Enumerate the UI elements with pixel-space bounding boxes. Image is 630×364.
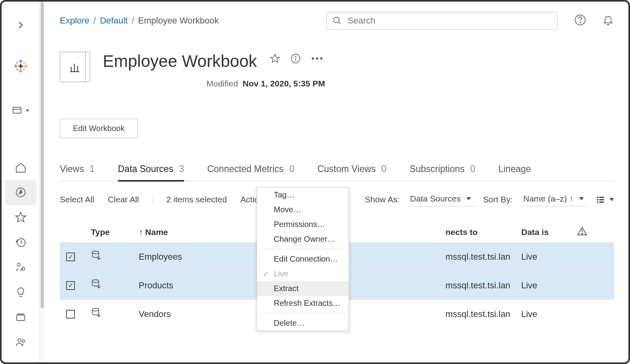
svg-point-52 <box>92 308 99 311</box>
svg-line-31 <box>338 22 340 24</box>
data-source-icon <box>91 307 139 321</box>
svg-marker-38 <box>271 54 279 63</box>
tab-custom-views[interactable]: Custom Views0 <box>317 164 386 181</box>
edit-workbook-button[interactable]: Edit Workbook <box>60 119 138 138</box>
svg-rect-43 <box>599 197 604 198</box>
select-all-button[interactable]: Select All <box>60 195 94 204</box>
svg-rect-45 <box>599 199 604 200</box>
row-data-is: Live <box>521 280 577 291</box>
svg-marker-22 <box>16 213 26 222</box>
modified-label: Modified <box>206 79 238 88</box>
breadcrumb: Explore / Default / Employee Workbook <box>60 16 219 26</box>
search-box[interactable] <box>326 12 557 29</box>
chevron-down-icon <box>466 197 471 200</box>
menu-extract[interactable]: Extract <box>257 281 349 296</box>
favorite-star-icon[interactable] <box>270 53 280 65</box>
show-as-label: Show As: <box>365 195 400 204</box>
svg-rect-46 <box>597 202 599 203</box>
svg-rect-44 <box>597 199 599 200</box>
explore-icon[interactable] <box>5 180 36 205</box>
tabs: Views1 Data Sources3 Connected Metrics0 … <box>60 164 614 181</box>
svg-point-51 <box>92 280 99 282</box>
users-icon[interactable] <box>5 329 36 354</box>
svg-point-29 <box>22 340 24 342</box>
svg-rect-27 <box>17 315 25 321</box>
row-checkbox[interactable] <box>66 310 75 319</box>
sidebar <box>2 2 40 362</box>
svg-rect-42 <box>597 197 599 198</box>
tab-connected-metrics[interactable]: Connected Metrics0 <box>207 164 294 181</box>
collections-icon[interactable] <box>5 305 36 330</box>
actions-dropdown-menu: Tag… Move… Permissions… Change Owner… Ed… <box>257 187 349 331</box>
menu-live: Live <box>257 266 349 281</box>
svg-point-28 <box>18 339 21 342</box>
home-icon[interactable] <box>5 155 36 180</box>
page-title: Employee Workbook <box>103 52 257 71</box>
menu-edit-connection[interactable]: Edit Connection… <box>257 252 349 266</box>
scrollbar[interactable] <box>40 2 45 362</box>
recommendations-icon[interactable] <box>5 280 36 305</box>
list-view-icon <box>596 195 605 204</box>
recents-icon[interactable] <box>5 230 36 255</box>
svg-point-50 <box>92 251 99 254</box>
favorites-icon[interactable] <box>5 205 36 230</box>
svg-point-24 <box>17 263 20 266</box>
help-icon[interactable] <box>574 14 586 27</box>
tab-subscriptions[interactable]: Subscriptions0 <box>410 164 475 181</box>
workbook-icon <box>60 52 90 82</box>
data-source-icon <box>91 250 139 264</box>
svg-point-49 <box>582 233 583 234</box>
row-connects-to: mssql.test.tsi.lan <box>446 280 521 291</box>
svg-rect-47 <box>599 202 604 203</box>
breadcrumb-root[interactable]: Explore <box>60 16 90 26</box>
expand-nav-icon[interactable] <box>5 13 36 38</box>
svg-point-33 <box>580 22 581 23</box>
row-data-is: Live <box>521 309 577 319</box>
search-icon <box>332 16 342 26</box>
menu-delete[interactable]: Delete… <box>257 316 349 331</box>
menu-refresh-extracts[interactable]: Refresh Extracts… <box>257 296 349 311</box>
svg-marker-21 <box>19 190 22 194</box>
search-input[interactable] <box>347 16 551 26</box>
menu-change-owner[interactable]: Change Owner… <box>257 232 349 247</box>
col-type[interactable]: Type <box>91 227 139 237</box>
chevron-down-icon <box>609 198 614 201</box>
svg-point-30 <box>334 17 339 23</box>
tab-data-sources[interactable]: Data Sources3 <box>118 164 184 182</box>
row-connects-to: mssql.test.tsi.lan <box>446 309 521 319</box>
menu-permissions[interactable]: Permissions… <box>257 217 349 232</box>
sort-by-select[interactable]: Name (a–z) ↑ <box>521 192 588 206</box>
col-data-is[interactable]: Data is <box>521 227 577 237</box>
row-connects-to: mssql.test.tsi.lan <box>446 252 521 262</box>
col-connects-to[interactable]: nects to <box>446 227 521 237</box>
tableau-logo-icon[interactable] <box>5 54 36 79</box>
svg-rect-18 <box>13 108 21 114</box>
row-checkbox[interactable] <box>66 252 75 261</box>
selection-count: 2 items selected <box>167 195 227 204</box>
window-icon[interactable] <box>5 98 36 123</box>
tab-views[interactable]: Views1 <box>60 164 95 181</box>
breadcrumb-parent[interactable]: Default <box>100 16 128 26</box>
view-mode-toggle[interactable] <box>596 195 614 204</box>
menu-tag[interactable]: Tag… <box>257 188 349 202</box>
data-source-icon <box>91 278 139 293</box>
sort-by-label: Sort By: <box>483 195 513 204</box>
notifications-icon[interactable] <box>602 14 614 27</box>
clear-all-button[interactable]: Clear All <box>108 195 139 204</box>
modified-value: Nov 1, 2020, 5:35 PM <box>243 79 325 88</box>
menu-move[interactable]: Move… <box>257 202 349 217</box>
row-checkbox[interactable] <box>66 281 75 290</box>
tab-lineage[interactable]: Lineage <box>499 164 531 181</box>
chevron-down-icon <box>579 197 584 200</box>
breadcrumb-current: Employee Workbook <box>138 16 219 26</box>
warning-column-icon <box>577 226 611 239</box>
shared-icon[interactable] <box>5 255 36 280</box>
svg-point-41 <box>295 56 296 57</box>
show-as-select[interactable]: Data Sources <box>408 192 475 206</box>
more-actions-icon[interactable]: ••• <box>311 53 324 65</box>
row-data-is: Live <box>521 252 577 262</box>
info-icon[interactable] <box>290 53 301 65</box>
